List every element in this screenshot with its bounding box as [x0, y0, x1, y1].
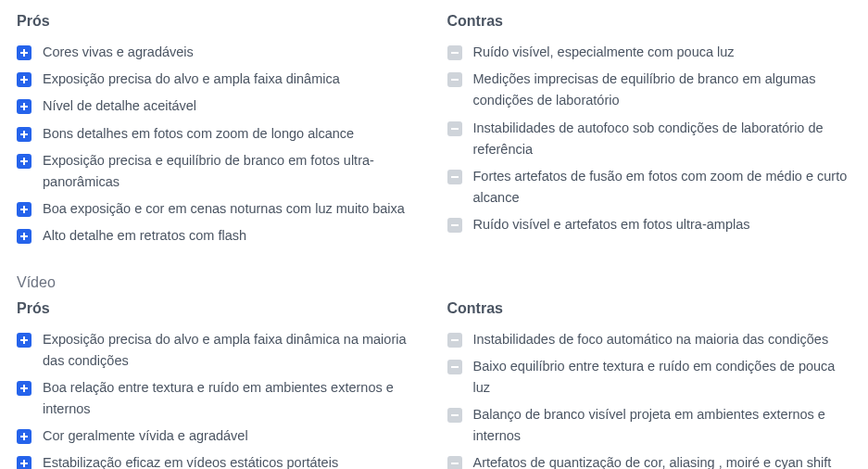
list-item-text: Artefatos de quantização de cor, aliasin…	[473, 452, 852, 469]
list-item-text: Ruído visível, especialmente com pouca l…	[473, 42, 735, 63]
list-item: Medições imprecisas de equilíbrio de bra…	[447, 66, 852, 114]
list-item-text: Estabilização eficaz em vídeos estáticos…	[43, 452, 338, 469]
list-item-text: Medições imprecisas de equilíbrio de bra…	[473, 69, 852, 111]
svg-rect-3	[451, 176, 459, 178]
minus-icon	[447, 45, 462, 60]
minus-icon	[447, 170, 462, 184]
list-item: Cor geralmente vívida e agradável	[17, 423, 421, 450]
list-item-text: Bons detalhes em fotos com zoom de longo…	[43, 123, 354, 145]
video-section-heading: Vídeo	[17, 274, 851, 291]
list-item: Ruído visível, especialmente com pouca l…	[447, 39, 852, 66]
photo-cons-list: Ruído visível, especialmente com pouca l…	[447, 39, 852, 239]
video-pros-heading: Prós	[17, 300, 421, 317]
svg-rect-1	[451, 79, 459, 81]
list-item: Fortes artefatos de fusão em fotos com z…	[447, 163, 852, 211]
plus-icon	[17, 333, 31, 348]
video-pros-list: Exposição precisa do alvo e ampla faixa …	[17, 326, 421, 470]
glossary-link[interactable]: aliasing	[670, 455, 715, 469]
list-item-text: Nível de detalhe aceitável	[43, 95, 196, 117]
video-cons-heading: Contras	[447, 300, 852, 317]
list-item: Balanço de branco visível projeta em amb…	[447, 401, 852, 450]
video-row: Prós Exposição precisa do alvo e ampla f…	[17, 300, 851, 470]
list-item: Nível de detalhe aceitável	[17, 93, 421, 120]
plus-icon	[17, 381, 31, 396]
list-item: Exposição precisa do alvo e ampla faixa …	[17, 326, 421, 374]
list-item-text: Exposição precisa do alvo e ampla faixa …	[43, 69, 340, 90]
svg-rect-0	[451, 52, 459, 54]
plus-icon	[17, 456, 31, 469]
plus-icon	[17, 127, 31, 142]
minus-icon	[447, 333, 462, 348]
list-item-text: Cores vivas e agradáveis	[43, 42, 194, 63]
photo-pros-list: Cores vivas e agradáveisExposição precis…	[17, 39, 421, 250]
list-item: Boa relação entre textura e ruído em amb…	[17, 374, 421, 423]
plus-icon	[17, 229, 31, 244]
list-item-text: Exposição precisa e equilíbrio de branco…	[43, 150, 421, 193]
svg-rect-7	[451, 414, 459, 416]
photo-cons-col: Contras Ruído visível, especialmente com…	[447, 13, 852, 250]
minus-icon	[447, 121, 462, 136]
video-cons-col: Contras Instabilidades de foco automátic…	[447, 300, 852, 470]
list-item: Exposição precisa do alvo e ampla faixa …	[17, 66, 421, 93]
svg-rect-5	[451, 339, 459, 341]
photo-pros-heading: Prós	[17, 13, 421, 30]
video-pros-col: Prós Exposição precisa do alvo e ampla f…	[17, 300, 421, 470]
list-item: Baixo equilíbrio entre textura e ruído e…	[447, 353, 852, 401]
minus-icon	[447, 218, 462, 233]
svg-rect-2	[451, 128, 459, 130]
video-cons-list: Instabilidades de foco automático na mai…	[447, 326, 852, 470]
list-item-text: Boa relação entre textura e ruído em amb…	[43, 377, 421, 420]
list-item: Ruído visível e artefatos em fotos ultra…	[447, 211, 852, 238]
list-item-text: Boa exposição e cor em cenas noturnas co…	[43, 198, 405, 220]
svg-rect-6	[451, 366, 459, 368]
minus-icon	[447, 456, 462, 469]
plus-icon	[17, 429, 31, 444]
list-item: Artefatos de quantização de cor, aliasin…	[447, 450, 852, 469]
plus-icon	[17, 72, 31, 87]
list-item-text: Alto detalhe em retratos com flash	[43, 225, 246, 247]
list-item: Boa exposição e cor em cenas noturnas co…	[17, 196, 421, 222]
list-item: Exposição precisa e equilíbrio de branco…	[17, 147, 421, 196]
list-item: Alto detalhe em retratos com flash	[17, 222, 421, 249]
minus-icon	[447, 360, 462, 374]
list-item: Instabilidades de autofoco sob condições…	[447, 115, 852, 163]
list-item-text: Instabilidades de autofoco sob condições…	[473, 118, 852, 160]
list-item-text: Instabilidades de foco automático na mai…	[473, 329, 829, 350]
list-item-text: Balanço de branco visível projeta em amb…	[473, 404, 852, 447]
list-item-text: Fortes artefatos de fusão em fotos com z…	[473, 166, 852, 209]
list-item-text: Cor geralmente vívida e agradável	[43, 425, 248, 447]
list-item-text: Ruído visível e artefatos em fotos ultra…	[473, 214, 750, 235]
minus-icon	[447, 408, 462, 423]
svg-rect-4	[451, 224, 459, 226]
svg-rect-8	[451, 463, 459, 464]
list-item: Cores vivas e agradáveis	[17, 39, 421, 66]
list-item-text: Baixo equilíbrio entre textura e ruído e…	[473, 356, 852, 399]
plus-icon	[17, 202, 31, 217]
plus-icon	[17, 154, 31, 169]
photo-pros-col: Prós Cores vivas e agradáveisExposição p…	[17, 13, 421, 250]
plus-icon	[17, 99, 31, 114]
list-item: Estabilização eficaz em vídeos estáticos…	[17, 450, 421, 469]
plus-icon	[17, 45, 31, 60]
list-item: Bons detalhes em fotos com zoom de longo…	[17, 120, 421, 147]
minus-icon	[447, 72, 462, 87]
photo-cons-heading: Contras	[447, 13, 852, 30]
list-item-text: Exposição precisa do alvo e ampla faixa …	[43, 329, 421, 372]
photo-row: Prós Cores vivas e agradáveisExposição p…	[17, 13, 851, 250]
list-item: Instabilidades de foco automático na mai…	[447, 326, 852, 353]
